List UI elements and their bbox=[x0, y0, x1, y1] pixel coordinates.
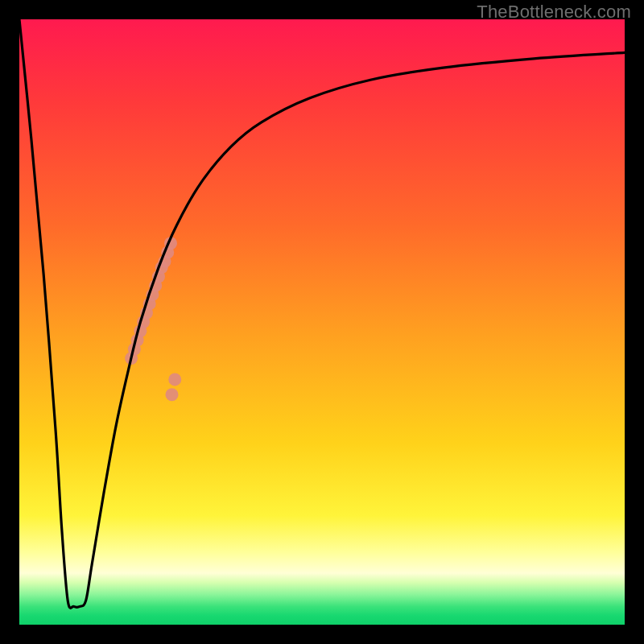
plot-area bbox=[19, 19, 625, 625]
chart-frame: TheBottleneck.com bbox=[0, 0, 644, 644]
highlight-dot bbox=[166, 388, 179, 401]
chart-svg bbox=[19, 19, 625, 625]
bottleneck-curve bbox=[19, 19, 625, 608]
highlight-dot bbox=[168, 373, 181, 386]
highlight-dots-group bbox=[125, 237, 181, 401]
